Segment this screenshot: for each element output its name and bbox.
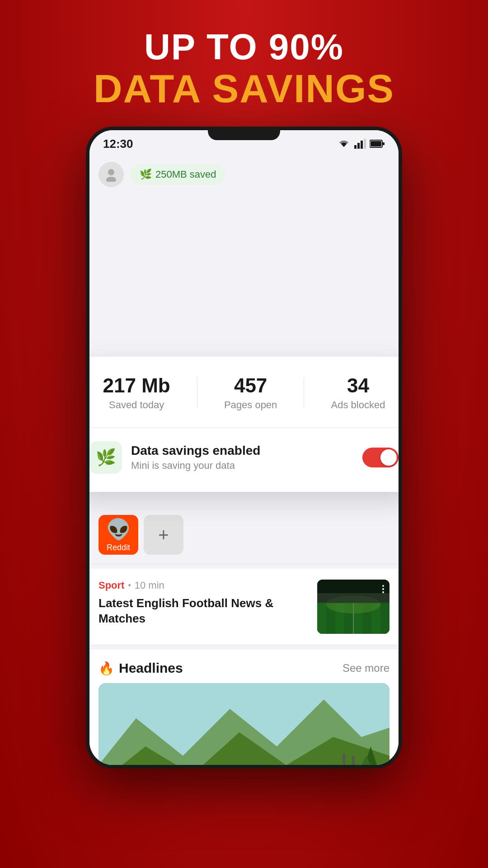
news-article[interactable]: Sport • 10 min Latest English Football N… bbox=[89, 569, 399, 645]
article-menu-icon[interactable] bbox=[380, 583, 386, 595]
news-text-block: Sport • 10 min Latest English Football N… bbox=[99, 580, 310, 627]
tabs-row: 👽 Reddit + bbox=[89, 510, 399, 559]
header-section: UP TO 90% DATA SAVINGS bbox=[0, 27, 488, 111]
svg-rect-26 bbox=[343, 754, 345, 765]
headlines-title-wrap: 🔥 Headlines bbox=[99, 660, 183, 676]
section-divider bbox=[89, 645, 399, 645]
signal-icon bbox=[354, 139, 366, 149]
tab-add-button[interactable]: + bbox=[144, 515, 183, 555]
stat-saved-today: 217 Mb Saved today bbox=[103, 375, 170, 411]
svg-rect-6 bbox=[383, 142, 385, 145]
stat-saved-today-value: 217 Mb bbox=[103, 375, 170, 396]
stat-pages-open-value: 457 bbox=[224, 375, 277, 396]
football-field bbox=[317, 580, 389, 634]
news-meta: Sport • 10 min bbox=[99, 580, 310, 591]
tab-reddit[interactable]: 👽 Reddit bbox=[99, 515, 138, 555]
data-saved-badge[interactable]: 🌿 250MB saved bbox=[131, 164, 225, 185]
stat-ads-blocked-value: 34 bbox=[331, 375, 385, 396]
data-savings-toggle[interactable] bbox=[362, 448, 399, 467]
content-divider bbox=[89, 564, 399, 564]
news-dot: • bbox=[128, 581, 131, 590]
stat-divider-1 bbox=[197, 377, 197, 409]
stat-divider-2 bbox=[304, 377, 304, 409]
phone-screen: 12:30 bbox=[89, 130, 399, 765]
browser-topbar: 🌿 250MB saved bbox=[89, 157, 399, 194]
status-icons bbox=[337, 139, 385, 149]
reddit-icon: 👽 bbox=[106, 518, 131, 541]
svg-rect-0 bbox=[354, 145, 357, 149]
svg-rect-17 bbox=[317, 593, 389, 603]
phone-notch bbox=[208, 127, 280, 140]
stat-pages-open: 457 Pages open bbox=[224, 375, 277, 411]
wifi-icon bbox=[337, 139, 351, 149]
headlines-title: Headlines bbox=[119, 660, 183, 676]
speedometer-icon: 🌿 bbox=[96, 448, 116, 467]
svg-rect-25 bbox=[352, 756, 355, 765]
stats-row: 217 Mb Saved today 457 Pages open 34 Ads… bbox=[89, 375, 399, 411]
svg-point-8 bbox=[106, 177, 116, 182]
phone-frame: 12:30 bbox=[86, 127, 402, 769]
leaf-icon: 🌿 bbox=[140, 169, 152, 180]
avatar[interactable] bbox=[99, 162, 124, 187]
news-time: 10 min bbox=[135, 580, 164, 591]
tab-reddit-label: Reddit bbox=[107, 543, 130, 552]
status-time: 12:30 bbox=[103, 137, 133, 151]
news-title: Latest English Football News & Matches bbox=[99, 596, 310, 627]
svg-rect-1 bbox=[357, 143, 360, 149]
data-saved-text: 250MB saved bbox=[155, 169, 216, 180]
headlines-section: 🔥 Headlines See more bbox=[89, 650, 399, 765]
stat-pages-open-label: Pages open bbox=[224, 399, 277, 411]
headlines-image[interactable]: Travel bbox=[99, 683, 389, 765]
stat-ads-blocked: 34 Ads blocked bbox=[331, 375, 385, 411]
data-savings-text: Data savings enabled Mini is saving your… bbox=[131, 443, 353, 472]
see-more-button[interactable]: See more bbox=[343, 662, 389, 675]
toggle-knob bbox=[380, 449, 397, 466]
svg-rect-2 bbox=[361, 141, 363, 149]
data-savings-icon-wrap: 🌿 bbox=[89, 441, 122, 474]
news-category: Sport bbox=[99, 580, 124, 591]
svg-rect-5 bbox=[371, 141, 381, 146]
stat-saved-today-label: Saved today bbox=[103, 399, 170, 411]
svg-rect-11 bbox=[317, 602, 326, 634]
user-icon bbox=[104, 167, 118, 182]
header-line1: UP TO 90% bbox=[0, 27, 488, 67]
data-savings-subtitle: Mini is saving your data bbox=[131, 460, 353, 472]
data-savings-title: Data savings enabled bbox=[131, 443, 353, 458]
svg-point-7 bbox=[108, 169, 114, 175]
header-line2: DATA SAVINGS bbox=[0, 67, 488, 111]
card-divider bbox=[89, 427, 399, 428]
battery-icon bbox=[370, 139, 385, 148]
stat-ads-blocked-label: Ads blocked bbox=[331, 399, 385, 411]
data-savings-row: 🌿 Data savings enabled Mini is saving yo… bbox=[89, 441, 399, 474]
news-thumbnail bbox=[317, 580, 389, 634]
stats-card: 217 Mb Saved today 457 Pages open 34 Ads… bbox=[89, 357, 399, 492]
svg-rect-3 bbox=[364, 139, 366, 149]
headlines-header: 🔥 Headlines See more bbox=[99, 660, 389, 676]
fire-icon: 🔥 bbox=[99, 661, 114, 676]
